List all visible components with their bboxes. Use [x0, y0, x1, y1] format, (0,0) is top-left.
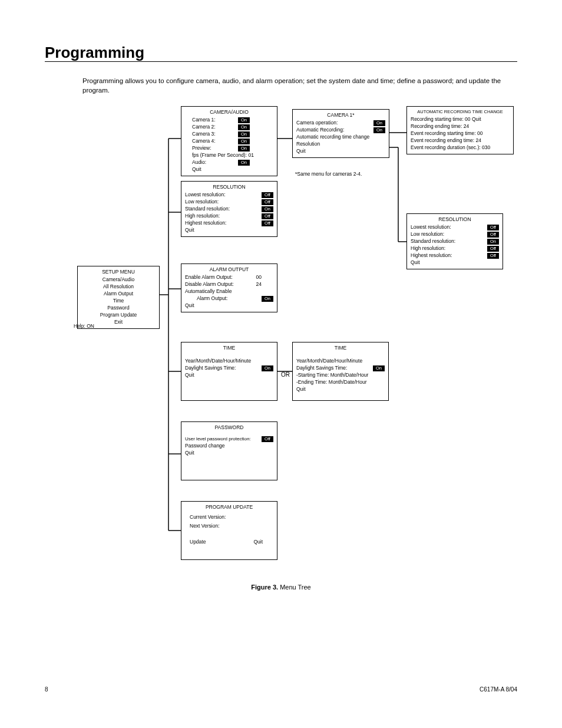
res-row: High resolution:Off — [185, 213, 273, 219]
setup-menu-title: SETUP MENU — [81, 269, 156, 275]
res-label: High resolution: — [185, 213, 220, 219]
time1-title: TIME — [185, 345, 273, 351]
res-label: Standard resolution: — [185, 206, 230, 212]
res-label: Low resolution: — [185, 199, 219, 205]
toggle: Off — [487, 232, 499, 238]
res-row: Standard resolution:On — [411, 238, 499, 245]
preview-label: Preview: — [192, 145, 211, 151]
resolution-cam-title: RESOLUTION — [411, 216, 499, 223]
toggle: Off — [262, 213, 273, 219]
alarm-row: Enable Alarm Output:00 — [185, 274, 273, 281]
toggle: Off — [262, 192, 273, 198]
dst-label: Daylight Savings Time: — [185, 365, 236, 371]
toggle: Off — [262, 199, 273, 205]
atc-line: Event recording starting time: 00 — [411, 130, 510, 137]
setup-menu-item: Alarm Output — [81, 291, 156, 297]
auto-enable-line: Automatically Enable — [185, 288, 273, 295]
figure-number: Figure 3. — [251, 584, 278, 591]
camera-row: Camera 2:On — [192, 124, 250, 130]
camera-label: Camera 4: — [192, 138, 216, 144]
dst-row: Daylight Savings Time:On — [296, 365, 385, 371]
res-row: High resolution:Off — [411, 245, 499, 252]
camera-label: Camera 3: — [192, 131, 216, 137]
camera-audio-title: CAMERA/AUDIO — [185, 109, 273, 116]
program-update-box: PROGRAM UPDATE Current Version: Next Ver… — [181, 501, 277, 560]
res-label: Standard resolution: — [411, 238, 455, 245]
res-row: Standard resolution:On — [185, 206, 273, 212]
res-row: Lowest resolution:Off — [411, 224, 499, 230]
res-label: Highest resolution: — [411, 252, 452, 259]
page-title: Programming — [45, 44, 144, 62]
alarm-row: Disable Alarm Output:24 — [185, 281, 273, 288]
time2-line: Year/Month/Date/Hour/Minute — [296, 358, 385, 364]
toggle: On — [262, 206, 273, 212]
setup-menu-item: Time — [81, 298, 156, 304]
quit-label: Quit — [185, 166, 273, 173]
password-box: PASSWORD User level password protection:… — [181, 421, 277, 480]
setup-menu-item: All Resolution — [81, 284, 156, 290]
quit-label: Quit — [185, 302, 273, 309]
auto-recording-label: Automatic Recording: — [296, 127, 344, 133]
toggle: On — [238, 139, 250, 144]
update-row: Update Quit — [185, 539, 273, 545]
res-row: Highest resolution:Off — [185, 220, 273, 226]
alarm-output-title: ALARM OUTPUT — [185, 266, 273, 273]
setup-menu-item: Password — [81, 305, 156, 311]
auto-recording-row: Automatic Recording:On — [296, 127, 385, 133]
alarm-label: Disable Alarm Output: — [185, 281, 234, 288]
camera-label: Camera 1: — [192, 117, 216, 123]
dst-row: Daylight Savings Time:On — [185, 365, 273, 371]
password-title: PASSWORD — [185, 424, 273, 431]
time1-box: TIME Year/Month/Date/Hour/Minute Dayligh… — [181, 342, 277, 401]
figure-title: Menu Tree — [280, 584, 311, 591]
camera1-box: CAMERA 1* Camera operation:On Automatic … — [292, 109, 389, 158]
res-label: Highest resolution: — [185, 220, 226, 226]
figure-caption: Figure 3. Menu Tree — [0, 584, 562, 591]
or-label: OR — [281, 371, 290, 378]
resolution-cam-box: RESOLUTION Lowest resolution:Off Low res… — [406, 213, 503, 269]
next-version: Next Version: — [185, 523, 273, 529]
toggle: On — [238, 131, 250, 137]
time2-end: -Ending Time: Month/Date/Hour — [296, 379, 385, 386]
quit-label: Quit — [185, 372, 273, 378]
toggle: Off — [262, 220, 273, 226]
quit-label: Quit — [253, 539, 263, 545]
alarm-value: 24 — [256, 281, 262, 288]
camera-row: Camera 3:On — [192, 131, 250, 137]
toggle: On — [373, 127, 385, 133]
camera1-title: CAMERA 1* — [296, 112, 385, 118]
setup-menu-item: Program Update — [81, 312, 156, 318]
res-label: High resolution: — [411, 245, 445, 252]
atc-line: Recording starting time: 00 Quit — [411, 116, 510, 123]
toggle: On — [238, 146, 250, 151]
quit-label: Quit — [296, 386, 385, 393]
title-rule — [45, 61, 517, 62]
setup-menu-box: SETUP MENU Camera/Audio All Resolution A… — [77, 266, 160, 329]
setup-menu-help: Help: ON — [74, 323, 94, 329]
page-number: 8 — [45, 686, 48, 693]
atc-line: Event recording ending time: 24 — [411, 137, 510, 144]
alarm-value: 00 — [256, 274, 262, 281]
toggle: On — [238, 117, 250, 123]
password-label: User level password protection: — [185, 436, 251, 443]
audio-row: Audio:On — [185, 159, 273, 166]
res-label: Lowest resolution: — [185, 192, 226, 198]
footer-id: C617M-A 8/04 — [480, 686, 517, 693]
toggle: On — [262, 296, 273, 302]
atc-line: Recording ending time: 24 — [411, 123, 510, 130]
alarm-output-row: Alarm Output:On — [185, 295, 273, 302]
camera1-line: Quit — [296, 148, 385, 154]
auto-time-change-title: AUTOMATIC RECORDING TIME CHANGE — [411, 109, 510, 115]
time1-line: Year/Month/Date/Hour/Minute — [185, 358, 273, 364]
resolution-all-title: RESOLUTION — [185, 184, 273, 190]
time2-box: TIME Year/Month/Date/Hour/Minute Dayligh… — [292, 342, 389, 401]
time2-title: TIME — [296, 345, 385, 351]
res-label: Low resolution: — [411, 231, 444, 238]
camera1-note: *Same menu for cameras 2-4. — [295, 171, 362, 177]
menu-tree-diagram: SETUP MENU Camera/Audio All Resolution A… — [45, 106, 517, 572]
camera1-line: Resolution — [296, 141, 385, 147]
auto-time-change-box: AUTOMATIC RECORDING TIME CHANGE Recordin… — [406, 106, 514, 154]
toggle: Off — [487, 253, 499, 259]
preview-row: Preview:On — [192, 145, 250, 151]
alarm-output-box: ALARM OUTPUT Enable Alarm Output:00 Disa… — [181, 263, 277, 312]
